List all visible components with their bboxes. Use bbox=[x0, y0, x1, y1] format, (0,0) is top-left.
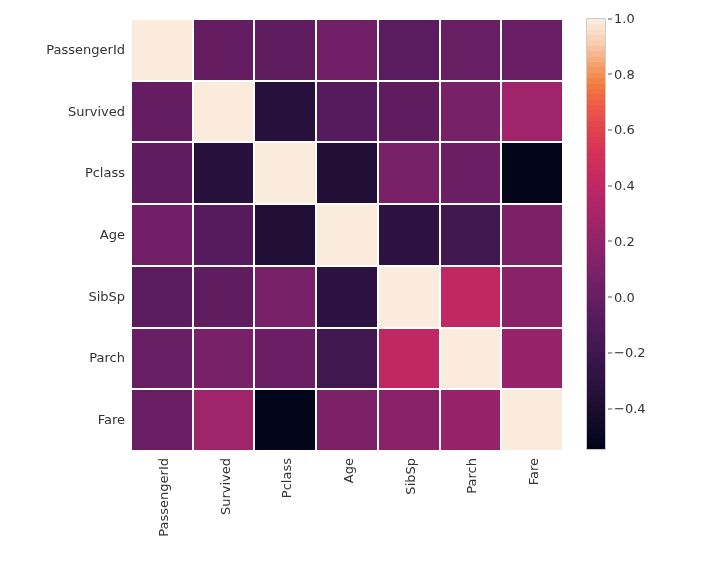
colorbar-tick-label: 0.0 bbox=[614, 289, 635, 304]
colorbar-tick-label: −0.2 bbox=[614, 345, 646, 360]
x-tick-label: Age bbox=[341, 458, 356, 483]
heatmap-cell bbox=[131, 142, 193, 204]
heatmap-cell bbox=[501, 389, 563, 451]
heatmap-cell bbox=[501, 328, 563, 390]
heatmap-cell bbox=[254, 142, 316, 204]
heatmap-cell bbox=[316, 204, 378, 266]
x-tick-label: Fare bbox=[526, 458, 541, 485]
y-tick-label: Fare bbox=[98, 412, 125, 427]
x-axis-tick-labels: PassengerIdSurvivedPclassAgeSibSpParchFa… bbox=[130, 458, 562, 553]
heatmap-cell bbox=[193, 389, 255, 451]
y-tick-label: Age bbox=[100, 227, 125, 242]
heatmap-cell bbox=[501, 204, 563, 266]
x-tick-label: SibSp bbox=[403, 458, 418, 495]
heatmap-cell bbox=[316, 266, 378, 328]
colorbar-gradient bbox=[586, 18, 606, 450]
heatmap-cell bbox=[193, 81, 255, 143]
y-axis-tick-labels: PassengerIdSurvivedPclassAgeSibSpParchFa… bbox=[0, 18, 125, 450]
y-tick-label: SibSp bbox=[88, 288, 125, 303]
heatmap-cell bbox=[440, 204, 502, 266]
heatmap-cell bbox=[316, 142, 378, 204]
heatmap-cell bbox=[440, 389, 502, 451]
heatmap-table bbox=[131, 19, 563, 451]
x-tick-label: Survived bbox=[218, 458, 233, 515]
heatmap-cell bbox=[193, 142, 255, 204]
heatmap-cell bbox=[378, 389, 440, 451]
heatmap-cell bbox=[254, 266, 316, 328]
y-tick-label: Survived bbox=[68, 103, 125, 118]
heatmap-cell bbox=[193, 19, 255, 81]
y-tick-label: PassengerId bbox=[46, 41, 125, 56]
heatmap-cell bbox=[440, 266, 502, 328]
heatmap-cell bbox=[501, 81, 563, 143]
heatmap-cell bbox=[254, 328, 316, 390]
heatmap-cell bbox=[254, 81, 316, 143]
colorbar-tick-label: 0.4 bbox=[614, 178, 635, 193]
colorbar-tick-label: 0.8 bbox=[614, 66, 635, 81]
heatmap-cell bbox=[378, 328, 440, 390]
colorbar: −0.4−0.20.00.20.40.60.81.0 bbox=[586, 18, 676, 450]
heatmap-cell bbox=[378, 142, 440, 204]
heatmap-cell bbox=[316, 389, 378, 451]
heatmap-cell bbox=[254, 389, 316, 451]
heatmap-cell bbox=[378, 81, 440, 143]
colorbar-tick-label: 1.0 bbox=[614, 11, 635, 26]
colorbar-tick-label: 0.6 bbox=[614, 122, 635, 137]
heatmap-cell bbox=[254, 204, 316, 266]
heatmap-cell bbox=[131, 266, 193, 328]
heatmap-cell bbox=[254, 19, 316, 81]
y-tick-label: Parch bbox=[89, 350, 125, 365]
heatmap-cell bbox=[131, 389, 193, 451]
colorbar-tick-label: −0.4 bbox=[614, 401, 646, 416]
heatmap-cell bbox=[378, 19, 440, 81]
heatmap-cell bbox=[131, 19, 193, 81]
heatmap-cell bbox=[440, 81, 502, 143]
heatmap-cell bbox=[193, 266, 255, 328]
x-tick-label: Parch bbox=[464, 458, 479, 494]
heatmap-cell bbox=[501, 266, 563, 328]
heatmap-grid bbox=[130, 18, 564, 452]
heatmap-cell bbox=[501, 142, 563, 204]
heatmap-cell bbox=[440, 142, 502, 204]
heatmap-cell bbox=[131, 204, 193, 266]
colorbar-ticks: −0.4−0.20.00.20.40.60.81.0 bbox=[610, 18, 670, 450]
heatmap-cell bbox=[193, 204, 255, 266]
heatmap-cell bbox=[316, 19, 378, 81]
heatmap-cell bbox=[440, 328, 502, 390]
heatmap-cell bbox=[131, 328, 193, 390]
x-tick-label: Pclass bbox=[279, 458, 294, 498]
x-tick-label: PassengerId bbox=[156, 458, 171, 537]
y-tick-label: Pclass bbox=[85, 165, 125, 180]
heatmap-cell bbox=[316, 81, 378, 143]
colorbar-tick-label: 0.2 bbox=[614, 233, 635, 248]
heatmap-cell bbox=[378, 266, 440, 328]
heatmap-cell bbox=[316, 328, 378, 390]
heatmap-cell bbox=[378, 204, 440, 266]
heatmap-cell bbox=[131, 81, 193, 143]
heatmap-cell bbox=[193, 328, 255, 390]
heatmap-cell bbox=[440, 19, 502, 81]
heatmap-cell bbox=[501, 19, 563, 81]
